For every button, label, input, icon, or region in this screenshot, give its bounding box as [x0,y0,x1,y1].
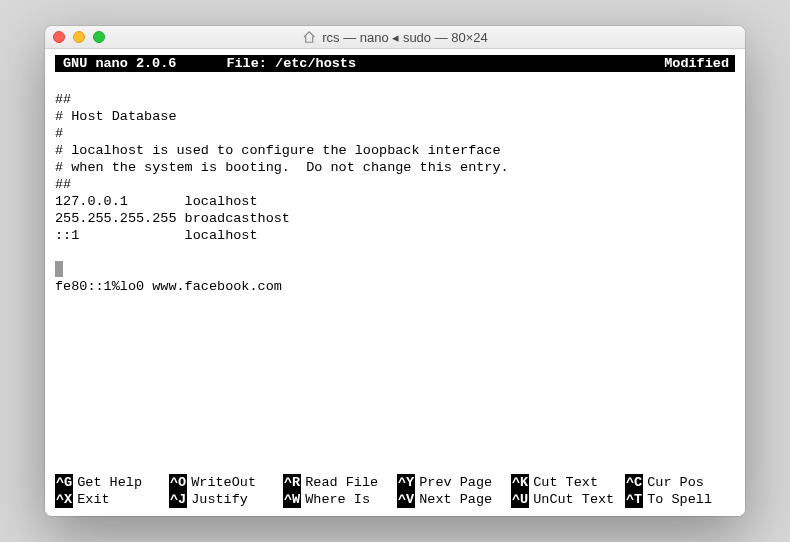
terminal-window: rcs — nano ◂ sudo — 80×24 GNU nano 2.0.6… [45,26,745,516]
text-cursor [55,261,63,277]
shortcut-label: Justify [191,491,248,508]
shortcut-key: ^O [169,474,187,491]
editor-header: GNU nano 2.0.6 File: /etc/hosts Modified [55,55,735,72]
shortcut-label: UnCut Text [533,491,614,508]
shortcut-label: To Spell [647,491,712,508]
shortcut-bar: ^GGet Help^OWriteOut^RRead File^YPrev Pa… [55,474,735,510]
shortcut-item: ^TTo Spell [625,491,735,508]
shortcut-item: ^CCur Pos [625,474,735,491]
shortcut-item: ^JJustify [169,491,279,508]
window-title-text: rcs — nano ◂ sudo — 80×24 [322,30,488,45]
window-title: rcs — nano ◂ sudo — 80×24 [302,30,488,45]
shortcut-label: Prev Page [419,474,492,491]
shortcut-label: Read File [305,474,378,491]
home-icon [302,30,316,44]
shortcut-key: ^C [625,474,643,491]
shortcut-label: Next Page [419,491,492,508]
shortcut-label: WriteOut [191,474,256,491]
shortcut-item: ^OWriteOut [169,474,279,491]
shortcut-label: Get Help [77,474,142,491]
editor-status: Modified [664,55,733,72]
maximize-button[interactable] [93,31,105,43]
shortcut-key: ^T [625,491,643,508]
editor-file-label: File: /etc/hosts [226,55,664,72]
shortcut-key: ^V [397,491,415,508]
shortcut-item: ^VNext Page [397,491,507,508]
shortcut-item: ^KCut Text [511,474,621,491]
shortcut-item: ^RRead File [283,474,393,491]
shortcut-key: ^G [55,474,73,491]
shortcut-item: ^GGet Help [55,474,165,491]
editor-content[interactable]: ## # Host Database # # localhost is used… [55,72,735,474]
shortcut-key: ^U [511,491,529,508]
close-button[interactable] [53,31,65,43]
shortcut-label: Where Is [305,491,370,508]
shortcut-item: ^WWhere Is [283,491,393,508]
shortcut-label: Cur Pos [647,474,704,491]
shortcut-key: ^X [55,491,73,508]
shortcut-item: ^YPrev Page [397,474,507,491]
minimize-button[interactable] [73,31,85,43]
shortcut-key: ^W [283,491,301,508]
terminal-body[interactable]: GNU nano 2.0.6 File: /etc/hosts Modified… [45,49,745,516]
shortcut-key: ^J [169,491,187,508]
shortcut-item: ^UUnCut Text [511,491,621,508]
shortcut-key: ^K [511,474,529,491]
editor-app-name: GNU nano 2.0.6 [57,55,226,72]
shortcut-label: Cut Text [533,474,598,491]
shortcut-label: Exit [77,491,109,508]
shortcut-item: ^XExit [55,491,165,508]
window-titlebar[interactable]: rcs — nano ◂ sudo — 80×24 [45,26,745,49]
traffic-lights [53,31,105,43]
shortcut-key: ^Y [397,474,415,491]
shortcut-key: ^R [283,474,301,491]
